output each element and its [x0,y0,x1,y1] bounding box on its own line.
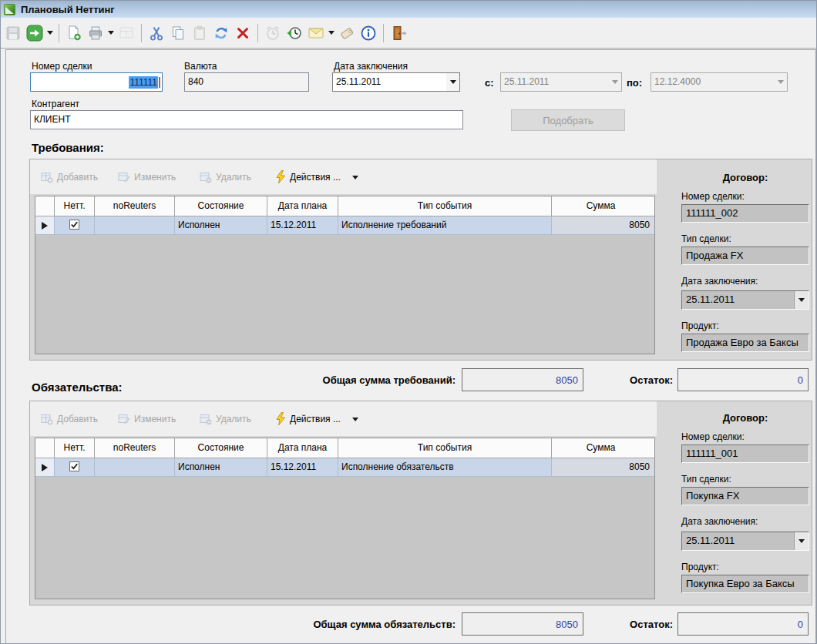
contract-date-combo[interactable]: 25.11.2011 [681,532,809,551]
actions-button[interactable]: Действия ... [275,411,358,427]
chevron-down-icon[interactable] [794,291,809,309]
column-header-amount[interactable]: Сумма [552,196,655,216]
actions-button[interactable]: Действия ... [275,169,358,185]
contract-product-field: Покупка Евро за Баксы [681,575,809,593]
obligations-group: Добавить Изменить Удалить Действия ... Н… [29,401,812,605]
table-row[interactable]: Исполнен 15.12.2011 Исполнение требовани… [35,216,654,235]
app-window: Плановый Неттинг [0,0,817,644]
table-row[interactable]: Исполнен 15.12.2011 Исполнение обязатель… [35,458,654,477]
requirements-total-field: 8050 [462,368,583,391]
conclusion-date-label: Дата заключения [334,61,408,72]
contract-product-label: Продукт: [681,562,719,572]
delete-button-label: Удалить [216,172,251,183]
from-date-value: 25.11.2011 [501,73,608,91]
cut-icon[interactable] [146,22,167,44]
column-header-amount[interactable]: Сумма [552,438,655,458]
plan-date-cell[interactable]: 15.12.2011 [267,216,338,235]
requirements-total-label: Общая сумма требований: [217,374,456,386]
contract-deal-number-field: 111111_001 [681,444,809,463]
state-cell[interactable]: Исполнен [175,216,267,235]
delete-icon[interactable] [232,22,254,44]
counterparty-input[interactable]: КЛИЕНТ [30,110,463,129]
amount-cell[interactable]: 8050 [552,216,655,235]
contract-title: Договор: [681,172,809,183]
save-icon [2,22,24,44]
edit-button-label: Изменить [134,414,176,424]
exit-icon[interactable] [388,22,409,44]
add-button-label: Добавить [57,172,98,183]
run-dropdown-icon[interactable] [45,22,55,44]
requirements-section-title: Требования: [32,141,104,154]
from-label: с: [485,77,494,89]
to-label: по: [627,77,642,89]
contract-product-field: Продажа Евро за Баксы [681,334,809,352]
conclusion-date-combo[interactable]: 25.11.2011 [332,72,460,92]
contract-product-label: Продукт: [681,320,719,331]
requirements-grid: Нетт. noReuters Состояние Дата плана Тип… [35,196,655,354]
contract-deal-type-field: Покупка FX [681,487,809,505]
deal-number-selected-text: 111111 [129,76,158,89]
copy-icon[interactable] [167,22,189,44]
add-button: Добавить [41,169,98,185]
noreuters-cell[interactable] [95,458,175,477]
chevron-down-icon[interactable] [794,532,809,550]
column-header-state[interactable]: Состояние [175,438,267,458]
print-icon[interactable] [85,22,106,44]
event-type-cell[interactable]: Исполнение требований [338,216,552,235]
contract-deal-number-label: Номер сделки: [681,431,745,442]
reminder-icon [262,22,284,44]
conclusion-date-value: 25.11.2011 [333,73,446,91]
row-selector-cell[interactable] [35,216,55,235]
toolbar-separator [383,24,384,42]
grid-header-row: Нетт. noReuters Состояние Дата плана Тип… [35,196,654,216]
event-type-cell[interactable]: Исполнение обязательств [338,458,552,477]
column-header-plan-date[interactable]: Дата плана [267,438,338,458]
currency-field: 840 [184,72,309,92]
requirements-group: Добавить Изменить Удалить Действия ... Н… [29,159,812,361]
contract-deal-number-label: Номер сделки: [681,191,745,202]
noreuters-cell[interactable] [95,216,175,235]
obligations-total-label: Общая сумма обязательств: [217,619,456,630]
refresh-icon[interactable] [210,22,232,44]
actions-button-label: Действия ... [290,172,341,183]
history-icon[interactable] [284,22,305,44]
contract-date-combo[interactable]: 25.11.2011 [681,290,809,310]
column-header-event-type[interactable]: Тип события [338,196,552,216]
column-header-nett[interactable]: Нетт. [55,196,95,216]
chevron-down-icon [774,73,787,91]
tag-icon[interactable] [336,22,358,44]
column-header-noreuters[interactable]: noReuters [95,438,175,458]
requirements-summary: Общая сумма требований: 8050 Остаток: 0 [1,368,817,393]
amount-cell[interactable]: 8050 [552,458,655,477]
requirements-remainder-label: Остаток: [576,374,673,386]
current-row-arrow-icon [41,221,49,230]
mail-dropdown-icon[interactable] [327,22,336,44]
print-dropdown-icon[interactable] [106,22,116,44]
app-icon [4,4,15,15]
obligations-remainder-field: 0 [677,612,809,636]
info-icon[interactable] [358,22,379,44]
contract-title: Договор: [681,412,809,424]
mail-icon[interactable] [305,22,327,44]
chevron-down-icon[interactable] [446,73,459,91]
contract-date-value: 25.11.2011 [682,532,794,550]
contract-deal-type-label: Тип сделки: [681,474,731,485]
table-delete-icon [200,413,212,425]
deal-number-input[interactable]: 111111 [30,72,163,92]
row-selector-cell[interactable] [35,458,55,477]
lightning-icon [275,170,286,184]
edit-button: Изменить [118,169,176,185]
column-header-nett[interactable]: Нетт. [55,438,95,458]
column-header-noreuters[interactable]: noReuters [95,196,175,216]
plan-date-cell[interactable]: 15.12.2011 [267,458,338,477]
column-header-plan-date[interactable]: Дата плана [267,196,338,216]
nett-cell[interactable] [55,458,95,477]
column-header-state[interactable]: Состояние [175,196,267,216]
checkbox-checked-icon [69,461,79,471]
obligations-summary: Общая сумма обязательств: 8050 Остаток: … [1,612,817,637]
new-document-icon[interactable] [63,22,85,44]
column-header-event-type[interactable]: Тип события [338,438,552,458]
run-icon[interactable] [24,22,45,44]
state-cell[interactable]: Исполнен [175,458,267,477]
nett-cell[interactable] [55,216,95,235]
